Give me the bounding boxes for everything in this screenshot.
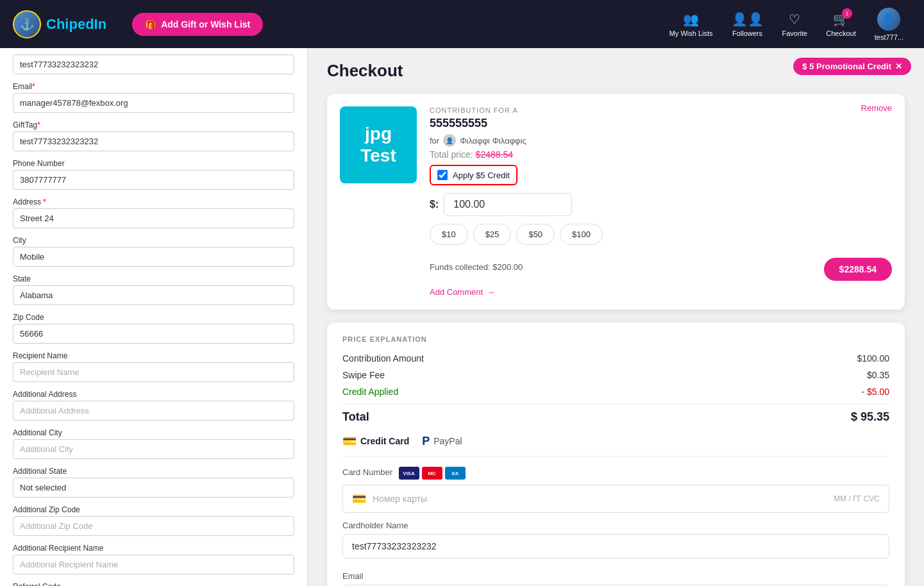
total-row: Total $ 95.35 <box>342 403 889 424</box>
checkout-badge-wrapper: 🛒 1 <box>833 12 849 27</box>
amount-input[interactable] <box>444 193 572 216</box>
recipient-input[interactable] <box>13 362 294 382</box>
address-label: Address * <box>13 197 294 206</box>
zipcode-field-group: Zip Code <box>13 313 294 344</box>
nav-followers[interactable]: 👤👤 Followers <box>724 8 771 40</box>
address-input[interactable] <box>13 208 294 228</box>
additional-zip-label: Additional Zip Code <box>13 505 294 514</box>
city-input[interactable] <box>13 247 294 267</box>
contribute-button[interactable]: $2288.54 <box>824 258 892 281</box>
contribution-for-label: CONTRIBUTION FOR A <box>430 106 892 114</box>
tab-paypal[interactable]: P PayPal <box>422 434 462 448</box>
payment-tabs: 💳 Credit Card P PayPal <box>342 434 889 456</box>
contribution-card: Remove jpg Test CONTRIBUTION FOR A 55555… <box>327 94 905 310</box>
cardholder-name-label: Cardholder Name <box>342 521 889 530</box>
state-input[interactable] <box>13 285 294 305</box>
nav-wish-lists[interactable]: 👥 My Wish Lists <box>662 8 721 40</box>
logo[interactable]: ⚓ ChipedIn <box>13 10 106 38</box>
dollar-sign: $: <box>430 199 439 210</box>
image-text-bottom: Test <box>360 145 396 167</box>
tab-credit-card[interactable]: 💳 Credit Card <box>342 434 409 448</box>
additional-recipient-group: Additional Recipient Name <box>13 544 294 574</box>
email-input[interactable] <box>13 93 294 113</box>
contribution-id: 555555555 <box>430 117 892 130</box>
additional-zip-input[interactable] <box>13 516 294 536</box>
state-label: State <box>13 274 294 283</box>
phone-field-group: Phone Number <box>13 159 294 190</box>
quick-amounts: $10 $25 $50 $100 <box>430 224 892 245</box>
apply-credit-checkbox[interactable] <box>437 170 448 180</box>
visa-icon: VISA <box>399 467 419 480</box>
additional-zip-group: Additional Zip Code <box>13 505 294 536</box>
comment-label: Add Comment <box>430 287 483 297</box>
promo-credit-banner[interactable]: $ 5 Promotional Credit ✕ <box>793 58 911 75</box>
address-field-group: Address * <box>13 197 294 228</box>
gifttag-field-group: GiftTag* <box>13 121 294 151</box>
image-text-top: jpg <box>360 123 396 145</box>
mastercard-icon: MC <box>422 467 442 480</box>
zipcode-input[interactable] <box>13 324 294 344</box>
card-input-wrapper[interactable]: 💳 Номер карты MM / ГГ CVC <box>342 485 889 513</box>
avatar: 👤 <box>877 8 900 31</box>
email-label: Email <box>342 571 889 581</box>
promo-close-icon[interactable]: ✕ <box>895 62 902 71</box>
state-field-group: State <box>13 274 294 305</box>
paypal-icon: P <box>422 435 430 448</box>
header-nav: 👥 My Wish Lists 👤👤 Followers ♡ Favorite … <box>662 4 911 44</box>
apply-credit-row: Apply $5 Credit <box>430 165 517 185</box>
nav-favorite[interactable]: ♡ Favorite <box>775 8 816 40</box>
quick-btn-50[interactable]: $50 <box>516 224 555 245</box>
user-avatar-small: 👤 <box>443 134 456 147</box>
additional-address-input[interactable] <box>13 401 294 421</box>
additional-city-group: Additional City <box>13 428 294 459</box>
price-explanation-title: PRICE EXPLANATION <box>342 335 889 343</box>
quick-btn-100[interactable]: $100 <box>560 224 603 245</box>
cart-badge: 1 <box>842 8 852 19</box>
contribution-details: CONTRIBUTION FOR A 555555555 for 👤 Φιλαφ… <box>430 106 892 297</box>
logo-icon: ⚓ <box>13 10 41 38</box>
additional-recipient-input[interactable] <box>13 555 294 574</box>
additional-city-input[interactable] <box>13 439 294 459</box>
promo-credit-label: $ 5 Promotional Credit <box>802 62 891 71</box>
add-gift-button[interactable]: 🎁 Add Gift or Wish List <box>132 13 263 36</box>
main-container: Email* GiftTag* Phone Number Address * C… <box>0 48 924 586</box>
add-comment-row[interactable]: Add Comment → <box>430 287 892 297</box>
additional-state-label: Additional State <box>13 467 294 476</box>
card-number-label: Card Number VISA MC AX <box>342 467 889 480</box>
recipient-label: Recipient Name <box>13 351 294 360</box>
additional-city-label: Additional City <box>13 428 294 437</box>
username-field <box>13 54 294 74</box>
credit-applied-row: Credit Applied - $5.00 <box>342 387 889 397</box>
gifttag-input[interactable] <box>13 131 294 151</box>
followers-icon: 👤👤 <box>732 12 764 27</box>
amount-row: $: <box>430 193 892 216</box>
contribution-image: jpg Test <box>340 106 417 183</box>
cardholder-name-input[interactable] <box>342 534 889 558</box>
card-icons: VISA MC AX <box>399 467 466 480</box>
card-placeholder: Номер карты <box>373 494 827 504</box>
arrow-right-icon: → <box>487 287 495 297</box>
additional-state-group: Additional State <box>13 467 294 498</box>
credit-card-icon: 💳 <box>342 434 357 448</box>
swipe-fee-row: Swipe Fee $0.35 <box>342 370 889 380</box>
contribution-amount-row: Contribution Amount $100.00 <box>342 353 889 364</box>
remove-link[interactable]: Remove <box>861 103 892 113</box>
additional-recipient-label: Additional Recipient Name <box>13 544 294 553</box>
zipcode-label: Zip Code <box>13 313 294 322</box>
phone-input[interactable] <box>13 170 294 190</box>
additional-state-input[interactable] <box>13 478 294 498</box>
header: ⚓ ChipedIn 🎁 Add Gift or Wish List 👥 My … <box>0 0 924 48</box>
additional-address-group: Additional Address <box>13 390 294 421</box>
logo-text: ChipedIn <box>46 16 106 33</box>
card-field-icon: 💳 <box>352 492 366 506</box>
right-panel: $ 5 Promotional Credit ✕ Checkout Remove… <box>308 48 924 586</box>
wish-lists-icon: 👥 <box>683 12 699 27</box>
quick-btn-25[interactable]: $25 <box>473 224 512 245</box>
nav-checkout[interactable]: 🛒 1 Checkout <box>818 8 863 40</box>
username-input[interactable] <box>13 54 294 74</box>
referral-label: Referral Code <box>13 582 294 586</box>
quick-btn-10[interactable]: $10 <box>430 224 468 245</box>
gift-icon: 🎁 <box>145 19 156 29</box>
nav-user[interactable]: 👤 test777... <box>867 4 911 44</box>
funds-collected: Funds collected: $200.00 <box>430 262 523 272</box>
